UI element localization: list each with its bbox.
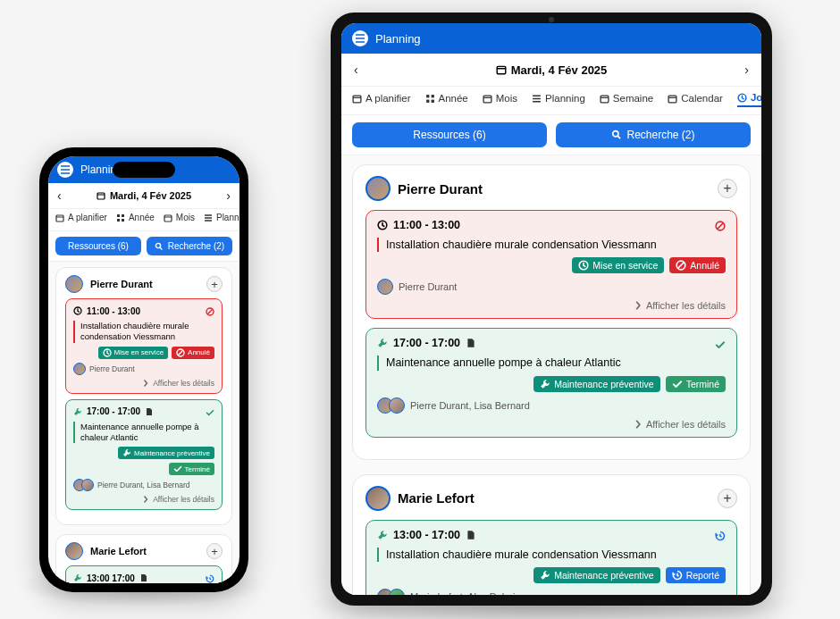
clock-icon: [103, 348, 112, 357]
task-card[interactable]: 17:00 - 17:00 Maintenance annuelle pompe…: [365, 328, 737, 437]
wrench-icon: [122, 448, 131, 457]
clock-icon: [377, 220, 388, 230]
prev-day-button[interactable]: ‹: [57, 188, 62, 203]
task-title: Maintenance annuelle pompe à chaleur Atl…: [377, 356, 726, 370]
task-title: Installation chaudière murale condensati…: [377, 238, 726, 252]
avatar: [65, 275, 83, 293]
avatar: [365, 486, 391, 511]
clock-icon: [73, 306, 82, 315]
document-icon: [466, 530, 476, 540]
tech-names: Pierre Durant, Lisa Bernard: [410, 400, 530, 411]
person-card: Marie Lefort + 13:00 - 17:00 Installatio…: [352, 474, 751, 596]
date-label[interactable]: Mardi, 4 Fév 2025: [97, 190, 191, 201]
tab-jour[interactable]: Jour: [737, 92, 761, 107]
avatar: [81, 479, 94, 491]
schedule-content[interactable]: Pierre Durant + 11:00 - 13:00 Installati…: [341, 155, 761, 595]
calendar-icon: [600, 94, 609, 104]
status-badge: Maintenance préventive: [533, 376, 660, 392]
grid-icon: [425, 94, 435, 104]
show-details-link[interactable]: Afficher les détails: [73, 495, 214, 504]
ban-icon: [676, 260, 686, 271]
status-badge: Mise en service: [572, 257, 664, 273]
tab-mois[interactable]: Mois: [483, 93, 517, 106]
person-name: Pierre Durant: [90, 279, 153, 289]
chevron-right-icon: [633, 300, 643, 311]
calendar-icon: [352, 94, 362, 104]
view-tabs: A planifier Année Mois Planning Semaine …: [341, 87, 761, 115]
next-day-button[interactable]: ›: [744, 63, 749, 77]
calendar-icon: [55, 213, 64, 222]
wrench-icon: [377, 338, 388, 348]
clock-icon: [737, 93, 747, 103]
filter-pills: Ressources (6) Recherche (2): [48, 231, 239, 262]
document-icon: [145, 407, 154, 416]
date-bar: ‹ Mardi, 4 Fév 2025 ›: [341, 54, 761, 87]
status-badge: Terminé: [169, 463, 214, 475]
appbar: Planning: [341, 23, 761, 54]
show-details-link[interactable]: Afficher les détails: [73, 379, 214, 388]
status-badge: Annulé: [172, 347, 214, 359]
add-task-button[interactable]: +: [206, 543, 223, 559]
ban-icon: [206, 305, 214, 317]
task-card[interactable]: 17:00 - 17:00 Maintenance annuelle pompe…: [65, 399, 223, 511]
search-pill[interactable]: Recherche (2): [147, 237, 232, 255]
list-icon: [532, 94, 542, 104]
tech-names: Pierre Durant, Lisa Bernard: [97, 481, 189, 489]
tab-mois[interactable]: Mois: [164, 213, 195, 225]
tab-semaine[interactable]: Semaine: [600, 93, 653, 106]
tech-names: Marie Lefort, Alex Dubois: [410, 591, 520, 595]
task-time: 13:00 17:00: [87, 573, 135, 583]
wrench-icon: [540, 570, 550, 581]
chevron-right-icon: [141, 379, 150, 388]
view-tabs: A planifier Année Mois Planning: [48, 209, 239, 231]
ban-icon: [176, 348, 185, 357]
tab-annee[interactable]: Année: [425, 93, 468, 106]
task-card[interactable]: 11:00 - 13:00 Installation chaudière mur…: [365, 210, 737, 319]
calendar-icon: [164, 213, 172, 222]
tab-a-planifier[interactable]: A planifier: [55, 213, 107, 225]
wrench-icon: [540, 379, 550, 389]
menu-button[interactable]: [352, 30, 368, 46]
search-icon: [155, 242, 164, 251]
resources-pill[interactable]: Ressources (6): [352, 122, 547, 147]
grid-icon: [116, 213, 125, 222]
add-task-button[interactable]: +: [718, 179, 737, 198]
menu-button[interactable]: [57, 162, 73, 178]
show-details-link[interactable]: Afficher les détails: [377, 300, 726, 311]
task-time: 17:00 - 17:00: [87, 406, 140, 416]
document-icon: [466, 338, 476, 348]
person-name: Pierre Durant: [398, 181, 483, 197]
chevron-right-icon: [633, 419, 643, 430]
date-label[interactable]: Mardi, 4 Fév 2025: [496, 63, 608, 77]
history-icon: [715, 528, 726, 542]
task-time: 11:00 - 13:00: [393, 219, 460, 231]
tab-planning[interactable]: Planning: [204, 213, 239, 225]
next-day-button[interactable]: ›: [226, 188, 231, 203]
app-title: Planning: [375, 32, 421, 46]
status-badge: Maintenance préventive: [118, 447, 214, 459]
history-icon: [206, 572, 214, 583]
tab-a-planifier[interactable]: A planifier: [352, 93, 411, 106]
person-name: Marie Lefort: [90, 546, 147, 556]
clock-icon: [578, 260, 589, 271]
resources-pill[interactable]: Ressources (6): [55, 237, 141, 255]
date-bar: ‹ Mardi, 4 Fév 2025 ›: [48, 183, 239, 209]
tab-annee[interactable]: Année: [116, 213, 155, 225]
tab-calendar[interactable]: Calendar: [668, 93, 723, 106]
task-card[interactable]: 13:00 - 17:00 Installation chaudière mur…: [365, 520, 737, 596]
person-card: Pierre Durant + 11:00 - 13:00 Installati…: [55, 267, 232, 525]
person-card: Marie Lefort + 13:00 17:00 Installation …: [55, 534, 232, 583]
show-details-link[interactable]: Afficher les détails: [377, 419, 726, 430]
tab-planning[interactable]: Planning: [532, 93, 585, 106]
add-task-button[interactable]: +: [718, 489, 737, 508]
task-card[interactable]: 11:00 - 13:00 Installation chaudière mur…: [65, 298, 223, 394]
avatar: [73, 363, 86, 375]
prev-day-button[interactable]: ‹: [354, 63, 358, 77]
check-icon: [672, 379, 683, 389]
task-card[interactable]: 13:00 17:00 Installation chaudière mural…: [65, 565, 223, 583]
schedule-content[interactable]: Pierre Durant + 11:00 - 13:00 Installati…: [48, 262, 239, 583]
add-task-button[interactable]: +: [206, 276, 223, 292]
chevron-right-icon: [141, 495, 150, 504]
search-pill[interactable]: Recherche (2): [556, 122, 751, 147]
task-time: 13:00 - 17:00: [393, 529, 460, 541]
